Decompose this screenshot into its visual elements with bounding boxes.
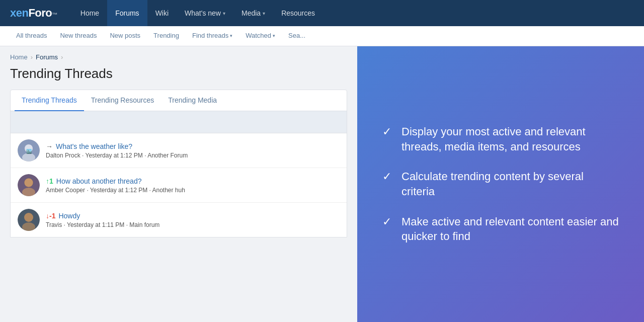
tab-trending-resources[interactable]: Trending Resources bbox=[84, 90, 162, 111]
thread-time: Yesterday at 1:11 PM bbox=[67, 221, 124, 228]
breadcrumb-sep-1: › bbox=[31, 53, 33, 61]
sub-navigation: All threads New threads New posts Trendi… bbox=[0, 26, 644, 46]
checkmark-icon-2: ✓ bbox=[382, 170, 391, 183]
right-panel: ✓ Display your most active and relevant … bbox=[357, 46, 644, 322]
thread-prefix-arrow: → bbox=[46, 142, 53, 150]
avatar bbox=[18, 174, 40, 196]
media-chevron-icon: ▾ bbox=[263, 11, 265, 16]
logo-part2: Foro bbox=[28, 7, 52, 19]
thread-time: Yesterday at 1:12 PM bbox=[90, 187, 147, 194]
breadcrumb-forums[interactable]: Forums bbox=[36, 53, 58, 61]
main-layout: Home › Forums › Trending Threads Trendin… bbox=[0, 46, 644, 322]
thread-forum: Main forum bbox=[129, 221, 159, 228]
page-title: Trending Threads bbox=[0, 64, 357, 90]
svg-text:🏙️: 🏙️ bbox=[26, 148, 32, 154]
thread-forum: Another Forum bbox=[147, 152, 188, 159]
top-navigation: xenForo™ Home Forums Wiki What's new ▾ M… bbox=[0, 0, 644, 26]
svg-point-9 bbox=[24, 213, 33, 222]
thread-time: Yesterday at 1:12 PM bbox=[86, 152, 143, 159]
logo-trademark: ™ bbox=[52, 12, 57, 18]
watched-chevron-icon: ▾ bbox=[273, 33, 275, 38]
checkmark-icon-1: ✓ bbox=[382, 125, 391, 138]
nav-item-wiki[interactable]: Wiki bbox=[147, 0, 177, 26]
thread-title: → What's the weather like? bbox=[46, 142, 340, 150]
feature-text-3: Make active and relevant content easier … bbox=[401, 214, 619, 244]
subnav-trending[interactable]: Trending bbox=[147, 26, 185, 46]
subnav-all-threads[interactable]: All threads bbox=[10, 26, 53, 46]
thread-content: ↓-1 Howdy Travis · Yesterday at 1:11 PM … bbox=[46, 212, 340, 228]
whats-new-chevron-icon: ▾ bbox=[223, 11, 225, 16]
thread-prefix-trend-up: ↑1 bbox=[46, 177, 53, 185]
nav-item-home[interactable]: Home bbox=[72, 0, 107, 26]
tabs-header: Trending Threads Trending Resources Tren… bbox=[11, 90, 347, 111]
feature-item-2: ✓ Calculate trending content by several … bbox=[382, 169, 619, 199]
feature-text-1: Display your most active and relevant th… bbox=[401, 124, 619, 154]
table-row: 🏙️ → What's the weather like? Dalton Pro… bbox=[11, 133, 347, 168]
filter-bar bbox=[11, 111, 347, 133]
subnav-new-threads[interactable]: New threads bbox=[54, 26, 103, 46]
site-logo[interactable]: xenForo™ bbox=[10, 7, 57, 20]
thread-author: Travis bbox=[46, 221, 62, 228]
feature-item-1: ✓ Display your most active and relevant … bbox=[382, 124, 619, 154]
nav-item-whats-new[interactable]: What's new ▾ bbox=[177, 0, 233, 26]
table-row: ↑1 How about another thread? Amber Coope… bbox=[11, 168, 347, 203]
thread-title: ↓-1 Howdy bbox=[46, 212, 340, 220]
thread-link[interactable]: How about another thread? bbox=[56, 177, 142, 185]
tabs-container: Trending Threads Trending Resources Tren… bbox=[10, 90, 347, 237]
nav-item-resources[interactable]: Resources bbox=[273, 0, 323, 26]
thread-meta: Travis · Yesterday at 1:11 PM · Main for… bbox=[46, 221, 340, 228]
thread-prefix-trend-down: ↓-1 bbox=[46, 212, 55, 220]
nav-item-media[interactable]: Media ▾ bbox=[233, 0, 273, 26]
thread-author: Amber Cooper bbox=[46, 187, 85, 194]
main-nav: Home Forums Wiki What's new ▾ Media ▾ Re… bbox=[72, 0, 323, 26]
logo-part1: xen bbox=[10, 7, 28, 19]
find-threads-chevron-icon: ▾ bbox=[230, 33, 232, 38]
breadcrumb: Home › Forums › bbox=[0, 46, 357, 64]
subnav-watched[interactable]: Watched ▾ bbox=[239, 26, 281, 46]
feature-text-2: Calculate trending content by several cr… bbox=[401, 169, 619, 199]
thread-meta: Dalton Prock · Yesterday at 1:12 PM · An… bbox=[46, 152, 340, 159]
thread-content: → What's the weather like? Dalton Prock … bbox=[46, 142, 340, 159]
nav-item-forums[interactable]: Forums bbox=[107, 0, 147, 26]
tab-trending-threads[interactable]: Trending Threads bbox=[15, 90, 84, 111]
thread-link[interactable]: What's the weather like? bbox=[56, 142, 132, 150]
thread-forum: Another huh bbox=[152, 187, 185, 194]
checkmark-icon-3: ✓ bbox=[382, 215, 391, 228]
left-panel: Home › Forums › Trending Threads Trendin… bbox=[0, 46, 357, 322]
thread-list: 🏙️ → What's the weather like? Dalton Pro… bbox=[11, 133, 347, 237]
thread-meta: Amber Cooper · Yesterday at 1:12 PM · An… bbox=[46, 187, 340, 194]
thread-content: ↑1 How about another thread? Amber Coope… bbox=[46, 177, 340, 194]
avatar bbox=[18, 209, 40, 231]
subnav-find-threads[interactable]: Find threads ▾ bbox=[186, 26, 238, 46]
avatar: 🏙️ bbox=[18, 139, 40, 162]
tab-trending-media[interactable]: Trending Media bbox=[161, 90, 224, 111]
thread-link[interactable]: Howdy bbox=[58, 212, 80, 220]
thread-author: Dalton Prock bbox=[46, 152, 80, 159]
breadcrumb-home[interactable]: Home bbox=[10, 53, 28, 61]
feature-item-3: ✓ Make active and relevant content easie… bbox=[382, 214, 619, 244]
breadcrumb-sep-2: › bbox=[61, 53, 63, 61]
thread-title: ↑1 How about another thread? bbox=[46, 177, 340, 185]
subnav-search[interactable]: Sea... bbox=[282, 26, 311, 46]
table-row: ↓-1 Howdy Travis · Yesterday at 1:11 PM … bbox=[11, 203, 347, 237]
subnav-new-posts[interactable]: New posts bbox=[104, 26, 146, 46]
